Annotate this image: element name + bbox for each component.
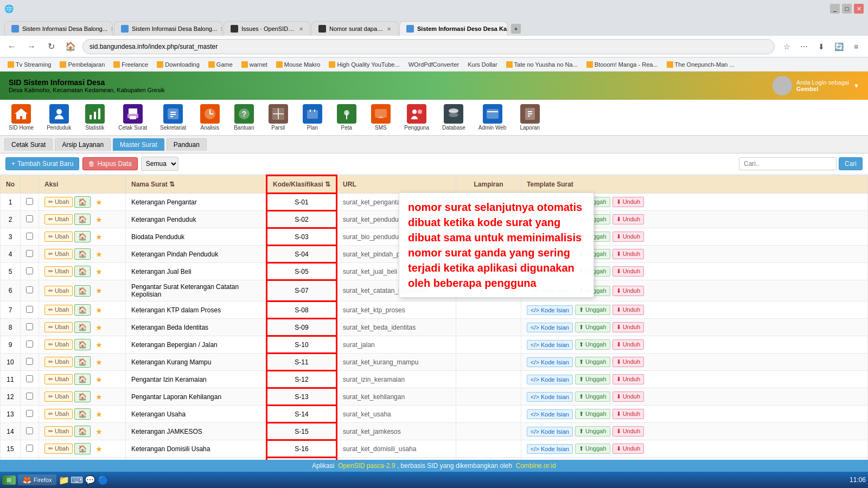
close-btn[interactable]: ✕ — [854, 4, 864, 14]
bookmark-mouse-makro[interactable]: Mouse Makro — [273, 60, 324, 69]
edit-button[interactable]: ✏ Ubah — [44, 426, 73, 436]
reload-btn[interactable]: ↻ — [43, 39, 59, 54]
row-checkbox[interactable] — [26, 323, 33, 330]
star-button[interactable]: ★ — [92, 339, 106, 350]
row-checkbox[interactable] — [26, 233, 33, 240]
tab-2[interactable]: Sistem Informasi Desa Balong... ✕ — [114, 21, 222, 36]
star-button[interactable]: ★ — [92, 266, 106, 277]
bookmark-wordpdf[interactable]: WOrdPdfConverter — [405, 60, 463, 69]
cell-checkbox[interactable] — [21, 406, 39, 423]
tab-1[interactable]: Sistem Informasi Desa Balong... ✕ — [4, 21, 113, 36]
edit-button[interactable]: ✏ Ubah — [44, 357, 73, 367]
edit-button[interactable]: ✏ Ubah — [44, 339, 73, 350]
home-button[interactable]: 🏠 — [74, 356, 91, 368]
unduh-button[interactable]: ⬇ Unduh — [612, 249, 644, 259]
star-button[interactable]: ★ — [92, 249, 106, 260]
bookmark-tv-streaming[interactable]: Tv Streaming — [4, 60, 54, 69]
nav-peta[interactable]: Peta — [331, 102, 361, 133]
row-checkbox[interactable] — [26, 358, 33, 365]
tab-3-close[interactable]: ✕ — [299, 26, 303, 32]
filter-select[interactable]: Semua — [141, 157, 178, 171]
taskbar-icon-4[interactable]: 💬 — [85, 474, 95, 485]
edit-button[interactable]: ✏ Ubah — [44, 232, 73, 242]
sync-icon[interactable]: 🔄 — [831, 39, 846, 54]
unggah-button[interactable]: ⬆ Unggah — [575, 391, 610, 402]
bookmark-btooom[interactable]: Btooom! Manga - Rea... — [583, 60, 661, 69]
unduh-button[interactable]: ⬇ Unduh — [612, 305, 644, 315]
edit-button[interactable]: ✏ Ubah — [44, 214, 73, 224]
row-checkbox[interactable] — [26, 445, 33, 452]
nav-sms[interactable]: SMS — [366, 102, 395, 133]
cell-checkbox[interactable] — [21, 423, 39, 440]
bookmark-kurs[interactable]: Kurs Dollar — [464, 60, 500, 69]
unduh-button[interactable]: ⬇ Unduh — [612, 322, 644, 332]
star-button[interactable]: ★ — [92, 391, 106, 402]
minimize-btn[interactable]: _ — [830, 4, 840, 14]
edit-button[interactable]: ✏ Ubah — [44, 322, 73, 332]
row-checkbox[interactable] — [26, 215, 33, 222]
back-btn[interactable]: ← — [4, 39, 20, 54]
status-combine[interactable]: Combine.or.id — [516, 462, 556, 470]
search-button[interactable]: Cari — [839, 157, 863, 170]
cell-checkbox[interactable] — [21, 440, 39, 458]
bookmark-game[interactable]: Game — [205, 60, 236, 69]
nav-laporan[interactable]: Laporan — [515, 102, 545, 133]
row-checkbox[interactable] — [26, 198, 33, 205]
kode-isian-button[interactable]: </> Kode Isian — [527, 409, 573, 419]
kode-isian-button[interactable]: </> Kode Isian — [527, 323, 573, 332]
star-button[interactable]: ★ — [92, 232, 106, 242]
cell-checkbox[interactable] — [21, 246, 39, 263]
home-button[interactable]: 🏠 — [74, 426, 91, 437]
row-checkbox[interactable] — [26, 306, 33, 313]
edit-button[interactable]: ✏ Ubah — [44, 374, 73, 384]
bookmark-downloading[interactable]: Downloading — [154, 60, 203, 69]
tab-1-close[interactable]: ✕ — [111, 26, 113, 32]
bookmark-pembelajaran[interactable]: Pembelajaran — [56, 60, 108, 69]
taskbar-cmd-icon[interactable]: ⌨ — [72, 474, 82, 485]
nav-cetak-surat[interactable]: Cetak Surat — [114, 102, 151, 133]
cell-checkbox[interactable] — [21, 354, 39, 371]
nav-statistik[interactable]: Statistik — [80, 102, 110, 133]
edit-button[interactable]: ✏ Ubah — [44, 266, 73, 277]
edit-button[interactable]: ✏ Ubah — [44, 391, 73, 402]
unduh-button[interactable]: ⬇ Unduh — [612, 197, 644, 207]
nav-plan[interactable]: Plan — [297, 102, 327, 133]
taskbar-folder-icon[interactable]: 📁 — [59, 474, 69, 485]
search-input[interactable] — [739, 157, 837, 170]
edit-button[interactable]: ✏ Ubah — [44, 305, 73, 315]
home-button[interactable]: 🏠 — [74, 443, 91, 454]
row-checkbox[interactable] — [26, 286, 33, 293]
tab-master-surat[interactable]: Master Surat — [113, 138, 164, 151]
star-button[interactable]: ★ — [92, 409, 106, 420]
download-btn[interactable]: ⬇ — [814, 39, 829, 54]
taskbar-firefox[interactable]: 🦊 Firefox — [18, 474, 56, 485]
home-button[interactable]: 🏠 — [74, 374, 91, 385]
kode-isian-button[interactable]: </> Kode Isian — [527, 357, 573, 367]
row-checkbox[interactable] — [26, 375, 33, 382]
unduh-button[interactable]: ⬇ Unduh — [612, 409, 644, 419]
star-button[interactable]: ★ — [92, 357, 106, 368]
unggah-button[interactable]: ⬆ Unggah — [575, 409, 610, 419]
row-checkbox[interactable] — [26, 427, 33, 434]
nav-admin-web[interactable]: Admin Web — [474, 102, 511, 133]
bookmark-freelance[interactable]: Freelance — [110, 60, 151, 69]
nav-sid-home[interactable]: SID Home — [4, 102, 38, 133]
kode-isian-button[interactable]: </> Kode Isian — [527, 375, 573, 384]
unduh-button[interactable]: ⬇ Unduh — [612, 339, 644, 350]
nav-sekretariat[interactable]: Sekretariat — [156, 102, 190, 133]
cell-checkbox[interactable] — [21, 228, 39, 246]
url-bar[interactable]: sid.bangundesa.info/index.php/surat_mast… — [82, 39, 775, 54]
cell-checkbox[interactable] — [21, 211, 39, 228]
tab-4-close[interactable]: ✕ — [387, 26, 391, 32]
edit-button[interactable]: ✏ Ubah — [44, 197, 73, 207]
cell-checkbox[interactable] — [21, 263, 39, 280]
bookmark-warnet[interactable]: warnet — [238, 60, 271, 69]
home-button[interactable]: 🏠 — [74, 408, 91, 420]
nav-bantuan[interactable]: ? Bantuan — [229, 102, 259, 133]
star-button[interactable]: ★ — [92, 305, 106, 316]
unggah-button[interactable]: ⬆ Unggah — [575, 426, 610, 436]
row-checkbox[interactable] — [26, 267, 33, 274]
new-tab-btn[interactable]: + — [511, 24, 521, 34]
nav-analisis[interactable]: Analisis — [195, 102, 225, 133]
bookmark-tate[interactable]: Tate no Yuusha no Na... — [503, 60, 581, 69]
